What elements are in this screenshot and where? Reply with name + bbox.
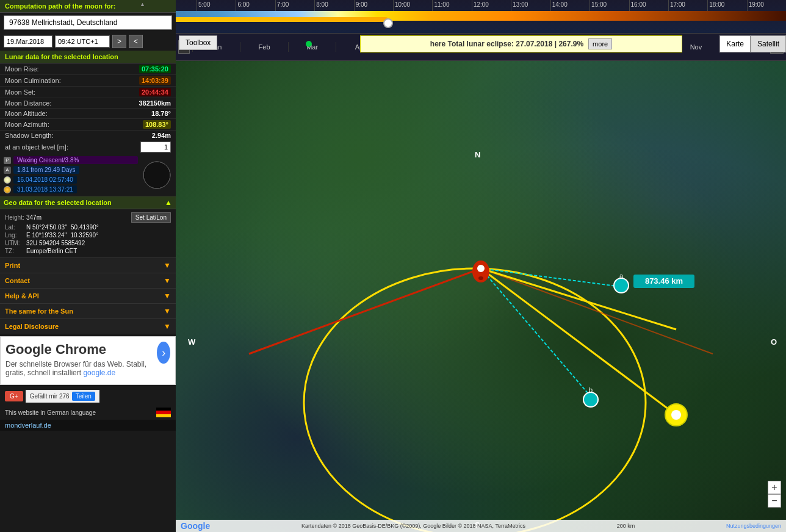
google-attribution: Google Kartendaten © 2018 GeoBasis-DE/BK… — [176, 520, 786, 532]
lat-row: Lat: N 50°24'50.03'' 50.41390° — [5, 223, 171, 231]
hour-5[interactable]: 5:00 — [196, 0, 236, 12]
month-feb[interactable]: Feb — [240, 42, 288, 52]
nav-next-button[interactable]: > — [112, 35, 126, 48]
location-input[interactable] — [4, 15, 172, 30]
karte-button[interactable]: Karte — [719, 35, 751, 52]
object-level-label: at an object level [m]: — [5, 143, 68, 151]
height-row: Height: 347m Set Lat/Lon — [5, 212, 171, 223]
lng-val1: E 10°19'33.24'' — [26, 232, 67, 239]
ad-subtitle: Der schnellste Browser für das Web. Stab… — [5, 360, 157, 377]
hour-14[interactable]: 14:00 — [550, 0, 590, 12]
terms-label[interactable]: Nutzungsbedingungen — [726, 523, 781, 529]
lat-val2: 50.41390° — [71, 224, 99, 231]
legal-row[interactable]: Legal Disclosure ▼ — [0, 318, 176, 334]
ad-title: Google Chrome — [5, 342, 157, 358]
eclipse-more-button[interactable]: more — [588, 38, 612, 49]
set-lat-lon-button[interactable]: Set Lat/Lon — [131, 212, 171, 223]
utm-value: 32U 594204 5585492 — [26, 240, 85, 246]
hour-7[interactable]: 7:00 — [275, 0, 314, 12]
panel-title: Computation path of the moon for: — [0, 0, 176, 13]
hour-18[interactable]: 18:00 — [707, 0, 746, 12]
lat-val1: N 50°24'50.03'' — [26, 224, 67, 231]
timeline-cursor[interactable] — [383, 18, 393, 28]
moon-rise-label: Moon Rise: — [5, 65, 39, 73]
height-label: Height: — [5, 214, 26, 221]
left-panel: Computation path of the moon for: > < Lu… — [0, 0, 176, 532]
utm-label: UTM: — [5, 240, 26, 246]
moon-age-badge: 1.81 from 29.49 Days — [13, 166, 79, 174]
print-label: Print — [5, 262, 20, 269]
age-a-icon: A — [4, 167, 11, 174]
hour-19[interactable]: 19:00 — [747, 0, 786, 12]
map-attribution: Kartendaten © 2018 GeoBasis-DE/BKG (©200… — [301, 523, 525, 529]
hour-17[interactable]: 17:00 — [668, 0, 707, 12]
moon-set-row: Moon Set: 20:44:34 — [0, 87, 176, 98]
lng-label: Lng: — [5, 232, 26, 239]
geo-data: Height: 347m Set Lat/Lon Lat: N 50°24'50… — [0, 209, 176, 257]
hour-10[interactable]: 10:00 — [393, 0, 432, 12]
hour-6[interactable]: 6:00 — [236, 0, 275, 12]
phase-p-icon: P — [4, 157, 11, 164]
tz-value: Europe/Berlin CET — [26, 248, 77, 254]
hour-13[interactable]: 13:00 — [511, 0, 550, 12]
zoom-in-button[interactable]: + — [768, 481, 781, 494]
toolbox-button[interactable]: Toolbox — [179, 35, 217, 50]
eclipse-banner: here Total lunar eclipse: 27.07.2018 | 2… — [360, 35, 682, 52]
legal-label: Legal Disclosure — [5, 323, 59, 330]
site-url-row: mondverlauf.de — [0, 420, 176, 431]
moon-set-label: Moon Set: — [5, 88, 35, 96]
next-new-moon: 31.03.2018 13:37:21 — [13, 185, 77, 193]
advertisement[interactable]: Google Chrome Der schnellste Browser für… — [0, 336, 176, 385]
language-text: This website in German language — [5, 409, 96, 416]
moon-set-value: 20:44:34 — [139, 88, 171, 96]
contact-arrow: ▼ — [164, 276, 171, 285]
google-logo: Google — [181, 521, 210, 531]
eclipse-text: here Total lunar eclipse: 27.07.2018 | 2… — [430, 40, 583, 48]
gplus-button[interactable]: G+ — [5, 391, 23, 401]
hour-9[interactable]: 9:00 — [354, 0, 393, 12]
moon-alt-row: Moon Altitude: 18.78° — [0, 109, 176, 119]
social-row: G+ Gefällt mir 276 Teilen — [0, 387, 176, 405]
utm-row: UTM: 32U 594204 5585492 — [5, 239, 171, 247]
hour-15[interactable]: 15:00 — [590, 0, 629, 12]
month-mar[interactable]: Mar — [288, 42, 336, 52]
facebook-like-area: Gefällt mir 276 Teilen — [26, 390, 99, 403]
sun-row[interactable]: The same for the Sun ▼ — [0, 303, 176, 318]
time-input[interactable] — [55, 35, 110, 48]
date-input[interactable] — [4, 35, 52, 48]
next-full-moon: 16.04.2018 02:57:40 — [13, 176, 77, 184]
sun-arrow: ▼ — [164, 307, 171, 315]
moon-culm-row: Moon Culmination: 14:03:39 — [0, 75, 176, 87]
moon-culm-label: Moon Culmination: — [5, 77, 61, 84]
print-row[interactable]: Print ▼ — [0, 257, 176, 273]
lat-label: Lat: — [5, 224, 26, 231]
moon-az-row: Moon Azimuth: 108.83° — [0, 119, 176, 131]
satellit-button[interactable]: Satellit — [751, 35, 786, 52]
object-level-input[interactable] — [140, 142, 171, 153]
moon-az-value: 108.83° — [143, 120, 171, 129]
shadow-value: 2.94m — [152, 132, 171, 139]
hour-12[interactable]: 12:00 — [472, 0, 511, 12]
map-area[interactable]: 873.46 km a b W O N S — [176, 61, 786, 532]
hour-11[interactable]: 11:00 — [432, 0, 471, 12]
contact-label: Contact — [5, 277, 30, 284]
hour-8[interactable]: 8:00 — [314, 0, 353, 12]
contact-row[interactable]: Contact ▼ — [0, 273, 176, 288]
zoom-out-button[interactable]: − — [768, 494, 781, 508]
nav-prev-button[interactable]: < — [129, 35, 143, 48]
moon-rise-value: 07:35:20 — [139, 65, 171, 73]
new-moon-dot — [4, 186, 11, 193]
tz-label: TZ: — [5, 248, 26, 254]
sun-label: The same for the Sun — [5, 307, 73, 315]
hour-16[interactable]: 16:00 — [629, 0, 668, 12]
month-cursor — [306, 41, 312, 47]
lunar-section-header: Lunar data for the selected location — [0, 51, 176, 63]
height-value: 347m — [26, 214, 41, 221]
moon-rise-row: Moon Rise: 07:35:20 — [0, 63, 176, 75]
help-row[interactable]: Help & API ▼ — [0, 288, 176, 303]
map-type-buttons: Karte Satellit — [719, 35, 786, 52]
share-button[interactable]: Teilen — [72, 392, 95, 401]
geo-collapse-arrow: ▲ — [165, 198, 172, 207]
lng-row: Lng: E 10°19'33.24'' 10.32590° — [5, 231, 171, 239]
shadow-row: Shadow Length: 2.94m — [0, 131, 176, 140]
